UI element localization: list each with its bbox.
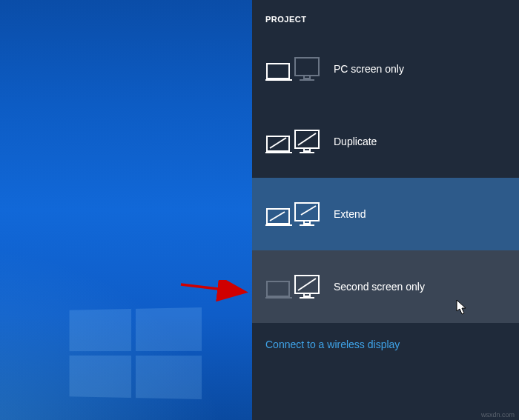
option-second-screen-only[interactable]: Second screen only bbox=[252, 250, 519, 323]
svg-rect-10 bbox=[304, 148, 310, 151]
link-row: Connect to a wireless display bbox=[252, 323, 519, 366]
option-duplicate[interactable]: Duplicate bbox=[252, 105, 519, 178]
svg-rect-5 bbox=[304, 76, 310, 79]
option-pc-screen-only[interactable]: PC screen only bbox=[252, 33, 519, 105]
extend-icon bbox=[265, 199, 320, 230]
duplicate-icon bbox=[265, 126, 320, 157]
second-screen-only-icon bbox=[265, 271, 320, 302]
option-extend[interactable]: Extend bbox=[252, 178, 519, 250]
option-label: Extend bbox=[334, 208, 366, 220]
desktop-wallpaper bbox=[0, 0, 252, 420]
annotation-arrow bbox=[179, 280, 254, 302]
connect-wireless-link[interactable]: Connect to a wireless display bbox=[265, 339, 400, 350]
svg-rect-15 bbox=[304, 221, 310, 224]
watermark: wsxdn.com bbox=[481, 411, 515, 419]
svg-rect-20 bbox=[304, 293, 310, 296]
svg-line-1 bbox=[181, 284, 243, 292]
windows-logo bbox=[70, 307, 202, 399]
pc-screen-only-icon bbox=[265, 53, 320, 84]
svg-rect-2 bbox=[267, 64, 289, 79]
panel-title: PROJECT bbox=[252, 0, 519, 33]
option-label: Duplicate bbox=[334, 136, 377, 147]
project-panel: PROJECT PC screen only Du bbox=[252, 0, 519, 420]
mouse-cursor-icon bbox=[456, 299, 468, 316]
option-label: PC screen only bbox=[334, 63, 404, 75]
svg-rect-4 bbox=[295, 58, 319, 76]
option-label: Second screen only bbox=[334, 281, 425, 293]
svg-rect-17 bbox=[267, 281, 289, 296]
